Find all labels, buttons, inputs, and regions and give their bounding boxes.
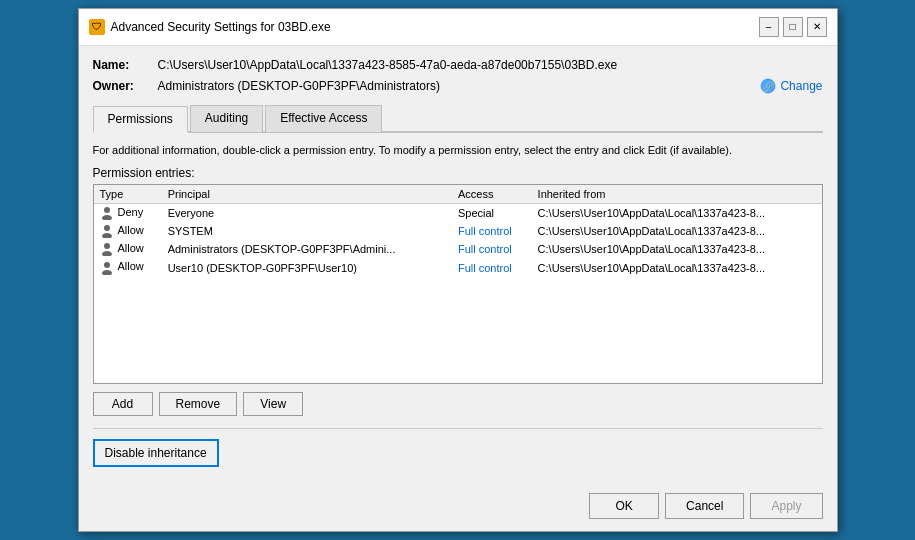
table-header: Type Principal Access Inherited from (94, 185, 822, 204)
col-access: Access (452, 185, 532, 204)
name-label: Name: (93, 58, 158, 72)
minimize-button[interactable]: – (759, 17, 779, 37)
name-value: C:\Users\User10\AppData\Local\1337a423-8… (158, 58, 823, 72)
table-row[interactable]: AllowUser10 (DESKTOP-G0PF3PF\User10)Full… (94, 258, 822, 276)
cell-inherited-from: C:\Users\User10\AppData\Local\1337a423-8… (532, 258, 822, 276)
table-row[interactable]: AllowAdministrators (DESKTOP-G0PF3PF\Adm… (94, 240, 822, 258)
name-row: Name: C:\Users\User10\AppData\Local\1337… (93, 58, 823, 72)
change-link-icon: 🔗 (760, 78, 776, 94)
svg-text:🔗: 🔗 (762, 80, 775, 93)
table-row[interactable]: DenyEveryoneSpecialC:\Users\User10\AppDa… (94, 204, 822, 223)
cell-type: Allow (94, 222, 162, 240)
cell-principal: Everyone (162, 204, 452, 223)
cell-type: Allow (94, 258, 162, 276)
permissions-table: Type Principal Access Inherited from Den… (94, 185, 822, 276)
cancel-button[interactable]: Cancel (665, 493, 744, 519)
cell-access: Special (452, 204, 532, 223)
cell-type: Deny (94, 204, 162, 223)
title-bar: 🛡 Advanced Security Settings for 03BD.ex… (79, 9, 837, 46)
divider (93, 428, 823, 429)
title-bar-left: 🛡 Advanced Security Settings for 03BD.ex… (89, 19, 331, 35)
maximize-button[interactable]: □ (783, 17, 803, 37)
remove-button[interactable]: Remove (159, 392, 238, 416)
disable-inheritance-button[interactable]: Disable inheritance (93, 439, 219, 467)
table-body: DenyEveryoneSpecialC:\Users\User10\AppDa… (94, 204, 822, 277)
col-inherited: Inherited from (532, 185, 822, 204)
advanced-security-dialog: 🛡 Advanced Security Settings for 03BD.ex… (78, 8, 838, 532)
dialog-title: Advanced Security Settings for 03BD.exe (111, 20, 331, 34)
cell-principal: SYSTEM (162, 222, 452, 240)
tab-effective-access[interactable]: Effective Access (265, 105, 382, 132)
info-text: For additional information, double-click… (93, 143, 823, 158)
person-icon (100, 261, 114, 275)
cell-inherited-from: C:\Users\User10\AppData\Local\1337a423-8… (532, 204, 822, 223)
person-icon (100, 206, 114, 220)
dialog-icon: 🛡 (89, 19, 105, 35)
permissions-table-container[interactable]: Type Principal Access Inherited from Den… (93, 184, 823, 384)
section-label: Permission entries: (93, 166, 823, 180)
svg-point-8 (104, 262, 110, 268)
tab-permissions[interactable]: Permissions (93, 106, 188, 133)
cell-principal: Administrators (DESKTOP-G0PF3PF\Admini..… (162, 240, 452, 258)
dialog-content: Name: C:\Users\User10\AppData\Local\1337… (79, 46, 837, 485)
cell-inherited-from: C:\Users\User10\AppData\Local\1337a423-8… (532, 222, 822, 240)
col-type: Type (94, 185, 162, 204)
cell-access: Full control (452, 222, 532, 240)
cell-access: Full control (452, 258, 532, 276)
svg-point-4 (104, 225, 110, 231)
apply-button[interactable]: Apply (750, 493, 822, 519)
action-buttons-row: Add Remove View (93, 392, 823, 416)
svg-point-3 (102, 215, 112, 220)
add-button[interactable]: Add (93, 392, 153, 416)
tab-auditing[interactable]: Auditing (190, 105, 263, 132)
view-button[interactable]: View (243, 392, 303, 416)
svg-point-7 (102, 251, 112, 256)
cell-principal: User10 (DESKTOP-G0PF3PF\User10) (162, 258, 452, 276)
footer-buttons: OK Cancel Apply (79, 485, 837, 531)
svg-point-5 (102, 233, 112, 238)
cell-access: Full control (452, 240, 532, 258)
cell-type: Allow (94, 240, 162, 258)
owner-row: Owner: Administrators (DESKTOP-G0PF3PF\A… (93, 78, 823, 94)
change-owner-link[interactable]: 🔗 Change (760, 78, 822, 94)
person-icon (100, 224, 114, 238)
access-link[interactable]: Full control (458, 243, 512, 255)
close-button[interactable]: ✕ (807, 17, 827, 37)
person-icon (100, 242, 114, 256)
disable-inheritance-row: Disable inheritance (93, 433, 823, 473)
ok-button[interactable]: OK (589, 493, 659, 519)
owner-label: Owner: (93, 79, 158, 93)
user-icon (100, 206, 118, 218)
tabs-container: Permissions Auditing Effective Access (93, 104, 823, 133)
svg-point-6 (104, 243, 110, 249)
title-controls: – □ ✕ (759, 17, 827, 37)
cell-inherited-from: C:\Users\User10\AppData\Local\1337a423-8… (532, 240, 822, 258)
change-link-text: Change (780, 79, 822, 93)
owner-value: Administrators (DESKTOP-G0PF3PF\Administ… (158, 79, 753, 93)
user-icon (100, 242, 118, 254)
svg-point-2 (104, 207, 110, 213)
svg-point-9 (102, 270, 112, 275)
col-principal: Principal (162, 185, 452, 204)
table-row[interactable]: AllowSYSTEMFull controlC:\Users\User10\A… (94, 222, 822, 240)
user-icon (100, 224, 118, 236)
user-icon (100, 260, 118, 272)
access-link[interactable]: Full control (458, 262, 512, 274)
access-link[interactable]: Full control (458, 225, 512, 237)
